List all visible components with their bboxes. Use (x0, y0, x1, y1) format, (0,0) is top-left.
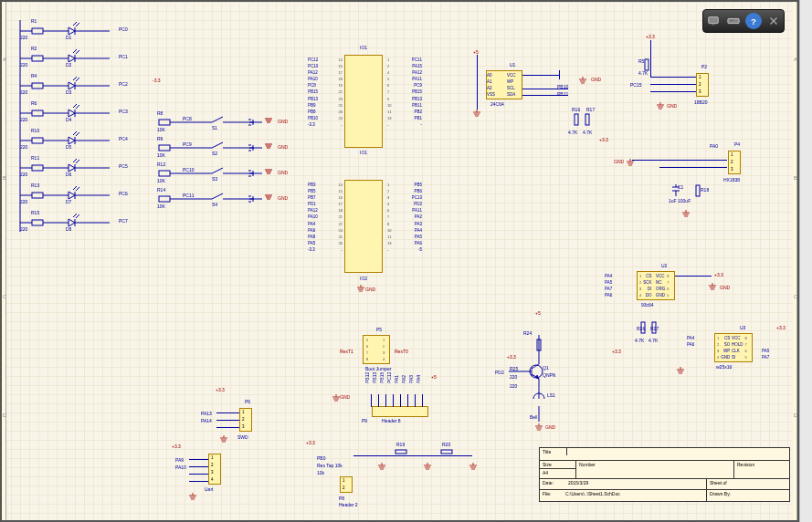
p2-ref: P2 (701, 64, 707, 69)
svg-line-62 (73, 214, 77, 217)
io2-ref: IO2 (360, 276, 367, 281)
svg-line-77 (212, 168, 223, 173)
led-row: R4 220 D3 PC2 (18, 77, 137, 99)
p8-res-v: 10k (317, 470, 324, 475)
tb-date-l: Date: (540, 479, 565, 489)
u2-gnd: GND (720, 285, 730, 290)
p5-ref: P5 (376, 327, 382, 332)
gnd-icon (471, 110, 482, 117)
gnd-icon (577, 77, 588, 84)
uart-n1: PA10 (175, 465, 186, 470)
ls1-ref: LS1 (547, 392, 555, 398)
svg-rect-103 (731, 20, 732, 21)
tb-drawn: Drawn By: (707, 490, 789, 501)
p2-pwr: +3.3 (646, 34, 655, 39)
u1-pwr: +5 (473, 49, 479, 55)
svg-rect-65 (159, 120, 170, 125)
svg-marker-36 (69, 137, 75, 144)
r17-val: 4.7K (583, 130, 592, 135)
svg-line-15 (76, 50, 79, 54)
io2-gnd: GND (365, 287, 375, 292)
u3-ref: U3 (740, 325, 745, 330)
swd-n1: PA14 (201, 418, 212, 423)
u3-pwr: +3.3 (776, 325, 786, 330)
svg-rect-98 (441, 450, 452, 454)
tb-size-l: Size (540, 461, 575, 469)
r20: R20 (442, 442, 450, 447)
dp-vcc: +3.3 (599, 137, 608, 142)
svg-marker-12 (69, 55, 75, 62)
svg-line-31 (76, 105, 79, 109)
u3-type: w25x16 (716, 364, 732, 370)
p9-body (372, 406, 428, 417)
svg-rect-26 (32, 110, 43, 116)
uart-pwr: +3.3 (172, 444, 181, 449)
led-row: R2 220 D2 PC1 (18, 49, 137, 71)
r26-val: 4.7K (635, 338, 644, 343)
r16-val: 4.7K (568, 130, 577, 135)
r24-ref: R24 (523, 330, 532, 336)
gnd-icon (533, 423, 544, 431)
svg-line-46 (73, 159, 77, 162)
schematic-canvas[interactable]: ABCD ABCD R1 220 D1 PC0 R2 (0, 0, 799, 522)
uart-n0: PA9 (175, 457, 184, 463)
p2-net: PC15 (630, 82, 642, 88)
u2-type: 93c64 (641, 302, 654, 308)
r19: R19 (396, 442, 405, 447)
r28-val: 220 (510, 383, 517, 389)
svg-rect-86 (585, 114, 589, 125)
r16-ref: R16 (572, 107, 580, 112)
close-icon[interactable] (765, 13, 782, 29)
tb-number-l: Number (576, 461, 734, 478)
r27-ref: R27 (650, 326, 659, 331)
svg-line-54 (73, 186, 77, 190)
svg-line-14 (73, 49, 77, 53)
r25-val: 220 (510, 374, 517, 380)
led-row: R15 220 D8 PC7 (18, 214, 137, 235)
svg-rect-2 (32, 28, 43, 34)
svg-rect-99 (709, 17, 719, 24)
gnd-icon (468, 463, 479, 470)
r26-ref: R26 (637, 326, 645, 331)
button-row: R14 10K PC11 S4 GND (157, 190, 308, 208)
gnd-icon (707, 283, 718, 290)
swd-label: SWD (237, 434, 248, 440)
gnd-icon (680, 210, 691, 217)
svg-rect-80 (159, 196, 170, 202)
button-row: R8 10K PC8 S1 GND (157, 113, 308, 131)
q1-type: QNPN (543, 372, 555, 378)
p5-right-net: ResT0 (395, 349, 408, 354)
swd-ref: P6 (245, 399, 250, 404)
svg-marker-20 (69, 82, 75, 89)
monitor-icon[interactable] (705, 13, 722, 29)
p8-ref: P8 (339, 496, 344, 501)
svg-marker-60 (69, 219, 75, 226)
swd-pwr: +3.3 (216, 387, 225, 392)
svg-line-22 (73, 77, 77, 80)
tb-rev-l: Revision (734, 461, 789, 478)
tb-date: 2015/3/29 (565, 479, 707, 489)
u1-gnd: GND (591, 77, 601, 82)
gnd-icon (218, 435, 229, 443)
svg-rect-50 (32, 193, 43, 198)
svg-text:?: ? (751, 16, 756, 26)
io2-body (344, 180, 383, 273)
svg-rect-34 (32, 138, 43, 143)
u2-pwr: +3.3 (714, 272, 723, 277)
p8-pwr: +3.3 (306, 440, 315, 445)
svg-line-55 (76, 187, 79, 191)
svg-line-7 (76, 23, 79, 26)
floating-toolbar[interactable]: ? (702, 9, 785, 33)
gnd-icon (655, 102, 666, 110)
help-icon[interactable]: ? (745, 13, 762, 29)
title-block: Title Size A4 Number Revision Date: 2015… (539, 447, 790, 502)
keyboard-icon[interactable] (725, 13, 742, 29)
vertical-scrollbar[interactable] (799, 0, 812, 522)
led-row: R13 220 D7 PC6 (18, 186, 137, 208)
u2-ref: U2 (661, 263, 667, 268)
p4-gnd: GND (614, 159, 624, 164)
svg-line-72 (212, 142, 223, 148)
io1-body (344, 55, 383, 148)
r25-ref: R25 (510, 366, 518, 371)
button-row: R9 10K PC9 S2 GND (157, 139, 308, 157)
